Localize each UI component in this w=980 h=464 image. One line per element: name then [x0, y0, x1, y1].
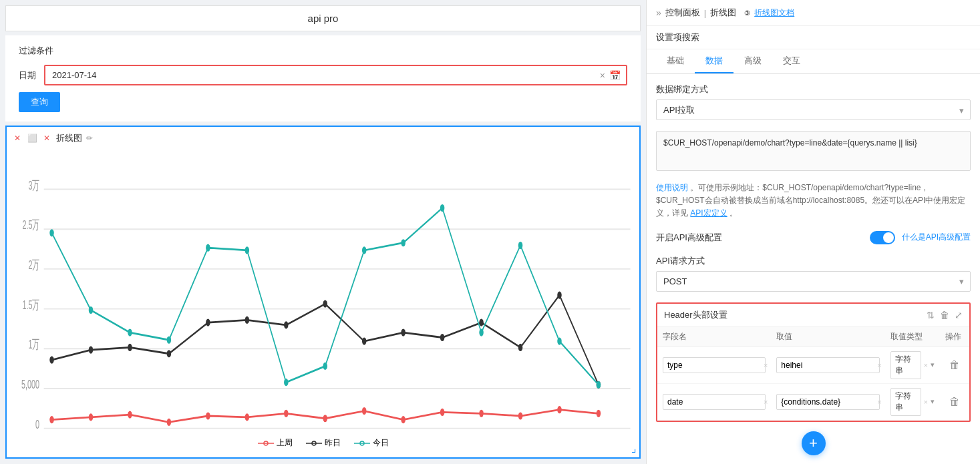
svg-point-58 [284, 379, 288, 386]
field-name-input-2[interactable] [663, 394, 766, 410]
svg-point-48 [479, 319, 483, 326]
trash-icon[interactable]: 🗑 [940, 310, 949, 320]
svg-point-35 [557, 406, 561, 413]
svg-text:0: 0 [35, 417, 39, 431]
field-type-clear-2[interactable]: × [924, 398, 928, 406]
svg-point-37 [49, 356, 53, 363]
header-section-icons: ⇅ 🗑 ⤢ [927, 310, 963, 320]
svg-point-28 [284, 410, 288, 417]
svg-point-54 [128, 328, 132, 336]
settings-search-label: 设置项搜索 [656, 32, 699, 42]
field-action-cell-1: 🗑 [940, 346, 969, 383]
breadcrumb-sep: | [704, 8, 706, 18]
field-type-clear-1[interactable]: × [924, 361, 928, 369]
svg-text:2021-07-07: 2021-07-07 [347, 433, 381, 435]
query-button[interactable]: 查询 [19, 92, 60, 112]
toggle-switch[interactable] [870, 231, 895, 244]
field-type-badge-1: 字符串 [890, 351, 921, 379]
chart-title: 折线图 [56, 132, 82, 144]
svg-text:2021-06-29: 2021-06-29 [35, 433, 69, 435]
expand-icon[interactable]: ⬜ [27, 133, 37, 144]
request-method-group: API请求方式 POST GET ▾ [656, 255, 971, 292]
request-method-label: API请求方式 [656, 255, 971, 267]
hint-link[interactable]: API宏定义 [690, 208, 727, 218]
tab-data[interactable]: 数据 [695, 49, 733, 73]
left-panel: api pro 过滤条件 日期 × 📅 查询 ✕ ⬜ ✕ 折线图 ✏ [0, 0, 646, 464]
svg-point-31 [401, 416, 405, 423]
chart-legend: 上周 昨日 今日 [12, 437, 634, 449]
col-value: 取值 [771, 327, 884, 347]
filter-title: 过滤条件 [19, 45, 627, 57]
add-row-button[interactable]: + [802, 431, 826, 455]
tab-basic[interactable]: 基础 [656, 49, 695, 73]
svg-point-30 [362, 407, 366, 415]
col-actions: 操作 [940, 327, 969, 347]
field-name-clear-2[interactable]: × [764, 398, 768, 406]
date-input[interactable] [45, 66, 626, 84]
resize-handle[interactable]: ⌟ [631, 442, 637, 455]
svg-point-36 [597, 410, 601, 417]
svg-point-55 [167, 336, 171, 344]
toggle-row: 开启API高级配置 什么是API高级配置 [656, 231, 971, 244]
svg-point-64 [518, 242, 522, 249]
svg-point-53 [89, 306, 93, 314]
field-value-input-2[interactable] [776, 394, 879, 410]
header-title-bar: Header头部设置 ⇅ 🗑 ⤢ [657, 304, 969, 327]
close-icon[interactable]: ✕ [12, 133, 23, 144]
legend-item-last-week: 上周 [258, 437, 293, 449]
data-binding-select[interactable]: API拉取 [656, 99, 971, 120]
toggle-label: 开启API高级配置 [656, 232, 722, 244]
chart-wrap: 0 5,000 1万 1.5万 2万 2.5万 3万 2021-06-29 20… [12, 148, 634, 435]
col-field-name: 字段名 [657, 327, 771, 347]
svg-point-41 [206, 319, 210, 326]
svg-point-62 [440, 204, 444, 212]
field-value-input-1[interactable] [776, 357, 879, 373]
svg-point-60 [362, 246, 366, 254]
field-value-clear-1[interactable]: × [877, 361, 881, 369]
svg-point-45 [362, 338, 366, 345]
breadcrumb-home: 控制面板 [665, 7, 700, 19]
sort-icon[interactable]: ⇅ [927, 310, 935, 320]
calendar-icon[interactable]: 📅 [609, 70, 621, 81]
date-input-icons: × 📅 [600, 70, 621, 81]
collapse-icon[interactable]: » [656, 7, 661, 18]
legend-item-yesterday: 昨日 [306, 437, 341, 449]
svg-point-44 [323, 300, 327, 308]
advanced-config-link[interactable]: 什么是API高级配置 [902, 232, 971, 243]
delete-icon[interactable]: ✕ [41, 133, 52, 144]
add-btn-wrap: + [656, 422, 971, 464]
panel-content: 数据绑定方式 API拉取 ▾ $CUR_HOST/openapi/demo/ch… [647, 74, 980, 464]
delete-row-1-button[interactable]: 🗑 [945, 358, 964, 373]
tab-advanced[interactable]: 高级 [733, 49, 772, 73]
title-bar: api pro [5, 5, 641, 31]
field-type-cell-1: 字符串 × ▾ [885, 346, 940, 383]
field-name-clear-1[interactable]: × [764, 361, 768, 369]
svg-point-32 [440, 409, 444, 416]
filter-area: 过滤条件 日期 × 📅 查询 [5, 35, 641, 122]
svg-point-40 [167, 350, 171, 357]
api-url-input[interactable]: $CUR_HOST/openapi/demo/chart?type=line&d… [656, 131, 971, 171]
svg-point-26 [206, 412, 210, 419]
svg-point-47 [440, 334, 444, 341]
field-name-input-1[interactable] [663, 357, 766, 373]
tab-interaction[interactable]: 交互 [772, 49, 811, 73]
svg-point-61 [401, 239, 405, 246]
svg-text:2021-07-11: 2021-07-11 [504, 433, 537, 435]
legend-label-last-week: 上周 [277, 437, 293, 449]
delete-row-2-button[interactable]: 🗑 [945, 395, 964, 409]
edit-icon[interactable]: ✏ [86, 134, 93, 143]
field-type-arrow-1[interactable]: ▾ [931, 361, 935, 369]
docs-link[interactable]: 折线图文档 [754, 7, 794, 19]
legend-label-today: 今日 [373, 437, 389, 449]
svg-point-65 [557, 338, 561, 345]
fullscreen-icon[interactable]: ⤢ [955, 310, 963, 320]
field-value-clear-2[interactable]: × [877, 398, 881, 406]
svg-point-33 [479, 410, 483, 417]
header-section: Header头部设置 ⇅ 🗑 ⤢ 字段名 取值 取值类型 操作 [656, 302, 971, 422]
svg-point-66 [597, 381, 601, 389]
field-value-cell-1: × [771, 346, 884, 383]
clear-icon[interactable]: × [600, 70, 605, 81]
svg-point-42 [245, 316, 249, 324]
request-method-select[interactable]: POST GET [656, 271, 971, 292]
field-type-arrow-2[interactable]: ▾ [931, 397, 935, 406]
